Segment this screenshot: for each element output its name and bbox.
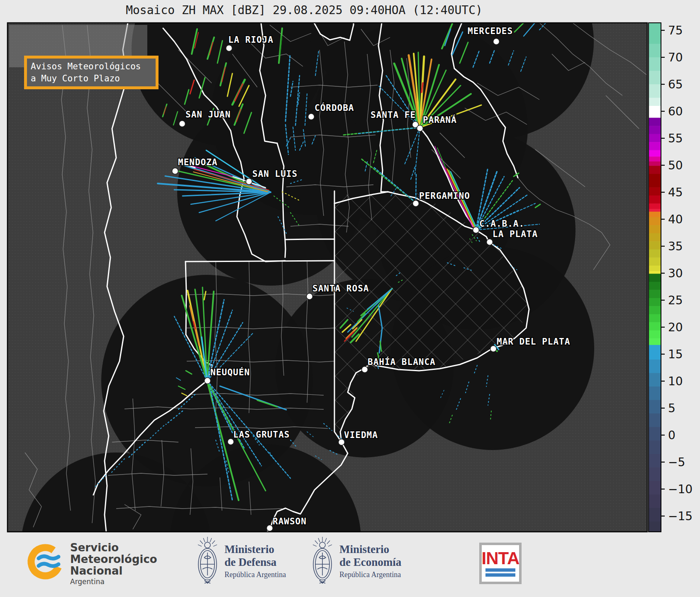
colorbar-band: [649, 233, 661, 242]
colorbar-band: [649, 521, 661, 532]
city-label: BAHÍA BLANCA: [368, 357, 436, 367]
colorbar-band: [649, 467, 661, 481]
province-border: [285, 239, 334, 240]
city-label: SAN LUIS: [252, 169, 298, 179]
colorbar-band: [649, 126, 661, 134]
colorbar-tick-label: 75: [668, 24, 683, 37]
colorbar-band: [649, 161, 661, 166]
colorbar-band: [649, 290, 661, 298]
colorbar-tick-label: 40: [668, 213, 683, 226]
footer: Servicio Meteorológico Nacional Argentin…: [0, 533, 700, 597]
colorbar-band: [649, 298, 661, 306]
economia-line3: República Argentina: [339, 570, 401, 580]
colorbar-band: [649, 440, 661, 454]
colorbar-tick-label: 45: [668, 186, 683, 199]
city-dot: [490, 346, 497, 352]
city-dot: [205, 378, 211, 384]
colorbar-band: [649, 23, 661, 44]
colorbar-band: [649, 250, 661, 258]
colorbar-band: [649, 241, 661, 250]
smn-name-line3: Nacional: [70, 565, 157, 577]
colorbar-band: [649, 57, 661, 71]
colorbar-tick-label: 35: [668, 240, 683, 253]
colorbar-tick-label: 5: [668, 401, 676, 415]
smn-name-line4: Argentina: [70, 577, 157, 586]
economia-line1: Ministerio: [339, 543, 401, 556]
city-dot: [246, 179, 252, 185]
city-label: LAS GRUTAS: [233, 430, 290, 440]
smn-name-line2: Meteorológico: [70, 553, 157, 565]
ministerio-economia-logo: Ministerio de Economía República Argenti…: [310, 536, 401, 587]
colorbar-band: [649, 98, 661, 106]
city-label: CÓRDOBA: [315, 103, 354, 113]
colorbar-band: [649, 209, 661, 212]
colorbar-band: [649, 454, 661, 468]
city-label: MENDOZA: [178, 157, 218, 167]
colorbar-band: [649, 71, 661, 85]
colorbar-tick-label: −10: [668, 482, 693, 496]
city-dot: [308, 114, 315, 120]
colorbar-band: [649, 373, 661, 387]
city-label: LA PLATA: [493, 229, 538, 239]
colorbar-tick-label: 70: [668, 51, 683, 64]
defensa-line2: de Defensa: [224, 556, 286, 569]
coat-of-arms-icon: [310, 536, 334, 587]
colorbar-band: [649, 166, 661, 174]
colorbar-band: [649, 338, 661, 345]
warning-box[interactable]: Avisos Meteorológicos a Muy Corto Plazo: [24, 56, 159, 89]
colorbar-band: [649, 427, 661, 441]
city-label: VIEDMA: [344, 430, 378, 440]
colorbar-band: [649, 306, 661, 314]
colorbar-tick-label: −5: [668, 455, 685, 469]
colorbar-tick-label: 30: [668, 267, 683, 280]
economia-line2: de Economía: [339, 556, 401, 569]
colorbar-band: [649, 225, 661, 233]
colorbar-band: [649, 274, 661, 282]
defensa-line3: República Argentina: [224, 570, 286, 580]
city-dot: [493, 39, 500, 45]
city-dot: [179, 121, 185, 127]
colorbar-tick-label: −15: [668, 509, 693, 523]
city-dot: [487, 239, 493, 245]
colorbar-tick-label: 65: [668, 78, 683, 91]
warning-line-2: a Muy Corto Plazo: [31, 73, 120, 83]
city-label: PERGAMINO: [419, 191, 470, 201]
colorbar-band: [649, 271, 661, 274]
colorbar-tick-label: 25: [668, 294, 683, 307]
coat-of-arms-icon: [195, 536, 220, 587]
colorbar-band: [649, 44, 661, 58]
colorbar-band: [649, 282, 661, 290]
city-label: RAWSON: [273, 516, 307, 526]
province-border: [185, 261, 334, 262]
colorbar-band: [649, 217, 661, 225]
colorbar-band: [649, 322, 661, 330]
colorbar-band: [649, 494, 661, 508]
smn-logo: Servicio Meteorológico Nacional Argentin…: [26, 542, 157, 586]
colorbar-band: [649, 196, 661, 204]
city-label: MERCEDES: [468, 26, 513, 36]
warning-line-1: Avisos Meteorológicos: [31, 61, 141, 71]
colorbar-band: [649, 187, 661, 196]
city-label: LA RIOJA: [228, 35, 273, 45]
city-label: SAN JUAN: [185, 110, 231, 120]
city-dot: [417, 125, 423, 132]
city-label: NEUQUÉN: [210, 367, 250, 377]
colorbar-tick-label: 60: [668, 105, 683, 118]
colorbar-band: [649, 314, 661, 323]
colorbar-band: [649, 84, 661, 98]
city-dot: [267, 525, 273, 531]
colorbar-band: [649, 142, 661, 150]
colorbar-band: [649, 413, 661, 427]
city-dot: [226, 45, 232, 51]
city-dot: [473, 227, 479, 233]
colorbar-band: [649, 360, 661, 373]
inta-logo: INTA: [479, 543, 522, 584]
colorbar-band: [649, 508, 661, 522]
city-label: SANTA ROSA: [312, 284, 369, 294]
city-dot: [307, 294, 313, 300]
city-dot: [413, 201, 419, 207]
defensa-line1: Ministerio: [224, 543, 286, 556]
ministerio-defensa-logo: Ministerio de Defensa República Argentin…: [195, 536, 286, 587]
inta-wordmark: INTA: [482, 550, 520, 567]
colorbar-band: [649, 481, 661, 495]
